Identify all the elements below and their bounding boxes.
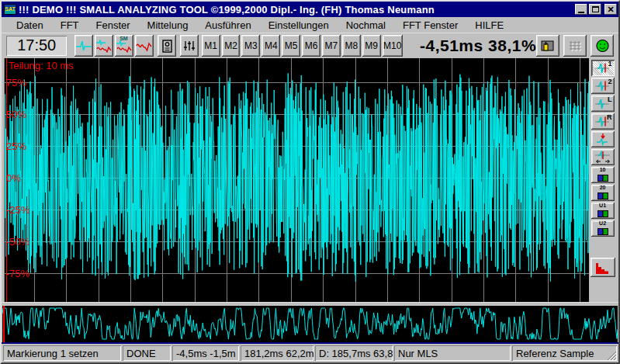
calculator-button[interactable] — [158, 35, 176, 57]
y-axis-label: -25% — [6, 204, 29, 217]
decay-button[interactable] — [591, 258, 615, 277]
status-cell-delta: D: 185,7ms 63,8m — [315, 345, 393, 361]
time-display: 17:50 — [6, 36, 67, 56]
frequency-response-icon — [136, 40, 153, 52]
m-button-7[interactable]: M7 — [322, 35, 341, 57]
store-label: 20 — [591, 185, 615, 191]
overview-canvas[interactable] — [2, 306, 618, 342]
frequency-response-button[interactable] — [135, 35, 154, 57]
m-button-4[interactable]: M4 — [262, 35, 280, 57]
store-10-button[interactable]: 10 — [591, 167, 615, 183]
pan-impulse-icon — [594, 151, 611, 164]
status-cell-hint: Markierung 1 setzen — [3, 345, 121, 361]
menu-item-daten[interactable]: Daten — [8, 18, 52, 33]
store-20-button[interactable]: 20 — [591, 185, 615, 201]
smiley-button[interactable] — [591, 35, 614, 57]
main-area: Teilung: 10 ms 75% 50% 25% 0% -25% -50% … — [2, 58, 618, 302]
impulse-button[interactable] — [74, 35, 93, 57]
y-axis-label: 50% — [6, 109, 26, 121]
show-impulse-1-button[interactable]: 1 — [591, 60, 615, 76]
maximize-icon — [592, 6, 599, 12]
open-window-button[interactable] — [536, 35, 559, 57]
sm-label: SM — [119, 36, 128, 41]
channel-label: 1 — [608, 60, 612, 68]
y-axis-label: 25% — [6, 140, 26, 153]
channel-label: 2 — [608, 78, 612, 85]
pan-impulse-button[interactable] — [591, 149, 615, 165]
menu-item-nochmal[interactable]: Nochmal — [338, 18, 394, 33]
store-image-icon — [597, 175, 608, 182]
store-u2-button[interactable]: U2 — [591, 220, 615, 237]
sm-impulse-response-button[interactable]: SM — [115, 35, 133, 57]
status-cell-marker1: -4,5ms -1,5m — [172, 345, 239, 361]
main-plot[interactable]: Teilung: 10 ms 75% 50% 25% 0% -25% -50% … — [5, 58, 587, 302]
impulse-response-button[interactable] — [95, 35, 113, 57]
overview-area — [2, 306, 618, 342]
y-axis-label: -50% — [6, 236, 29, 248]
title-bar[interactable]: SAT !!! DEMO !!! SMALL ANALYZING TOOL ©1… — [2, 2, 618, 17]
m-button-10[interactable]: M10 — [383, 35, 403, 57]
window-title: !!! DEMO !!! SMALL ANALYZING TOOL ©1999,… — [19, 4, 573, 16]
overview-strip[interactable] — [2, 306, 618, 342]
cursor-readout: -4,51ms 38,1% — [420, 36, 536, 55]
m-button-5[interactable]: M5 — [282, 35, 300, 57]
decay-icon — [594, 260, 611, 276]
smiley-icon — [595, 39, 610, 53]
calculator-icon — [159, 40, 175, 53]
menu-item-fenster[interactable]: Fenster — [88, 18, 139, 33]
menu-bar: Daten FFT Fenster Mittelung Ausführen Ei… — [2, 17, 618, 33]
y-axis-label: 75% — [6, 77, 26, 89]
m-button-label: M10 — [383, 40, 401, 51]
m-button-label: M5 — [285, 40, 298, 51]
m-button-label: M8 — [345, 40, 358, 51]
status-cell-reference: Referenz Sample — [512, 345, 617, 361]
show-impulse-2-button[interactable]: 2 — [591, 78, 615, 94]
m-button-6[interactable]: M6 — [302, 35, 320, 57]
filter-button[interactable] — [180, 35, 199, 57]
m-button-label: M1 — [204, 40, 217, 51]
m-button-label: M2 — [224, 40, 237, 51]
menu-item-mittelung[interactable]: Mittelung — [139, 18, 197, 33]
app-icon[interactable]: SAT — [4, 4, 16, 15]
store-image-icon — [597, 228, 608, 235]
y-axis-label: 0% — [6, 172, 21, 185]
menu-item-fft-fenster[interactable]: FFT Fenster — [394, 18, 466, 33]
grid-button[interactable] — [563, 35, 587, 57]
m-button-label: M4 — [265, 40, 278, 51]
minimize-button[interactable] — [575, 4, 587, 15]
menu-item-ausfuehren[interactable]: Ausführen — [196, 18, 259, 33]
m-button-3[interactable]: M3 — [241, 35, 260, 57]
menu-item-hilfe[interactable]: HILFE — [466, 18, 512, 33]
m-button-2[interactable]: M2 — [222, 35, 241, 57]
status-cell-state: DONE — [123, 345, 171, 361]
resize-grip[interactable] — [607, 351, 617, 361]
m-button-8[interactable]: M8 — [342, 35, 361, 57]
minimize-icon — [578, 12, 584, 13]
m-button-1[interactable]: M1 — [202, 35, 220, 57]
m-button-9[interactable]: M9 — [362, 35, 381, 57]
marker-drop-button[interactable] — [591, 131, 615, 147]
menu-item-einstellungen[interactable]: Einstellungen — [260, 18, 338, 33]
close-button[interactable]: ✕ — [604, 4, 617, 15]
store-u1-button[interactable]: U1 — [591, 203, 615, 219]
division-label: Teilung: 10 ms — [9, 60, 74, 71]
status-cell-mode: Nur MLS — [394, 345, 511, 361]
y-axis-label: -75% — [6, 268, 29, 280]
maximize-button[interactable] — [589, 4, 601, 15]
filter-icon — [182, 40, 197, 52]
grid-icon — [568, 40, 582, 52]
marker-drop-icon — [594, 133, 611, 146]
open-window-icon — [541, 40, 555, 52]
m-button-label: M7 — [325, 40, 338, 51]
store-label: 10 — [591, 167, 615, 173]
status-cell-marker2: 181,2ms 62,2m — [241, 345, 313, 361]
store-image-icon — [597, 210, 608, 217]
app-window: SAT !!! DEMO !!! SMALL ANALYZING TOOL ©1… — [0, 0, 620, 364]
main-waveform-canvas[interactable] — [5, 58, 589, 302]
show-impulse-left-button[interactable]: L — [591, 95, 615, 112]
menu-item-fft[interactable]: FFT — [52, 18, 88, 33]
right-toolbar: 1 2 L — [587, 58, 618, 302]
show-impulse-right-button[interactable]: R — [591, 113, 615, 130]
channel-label: R — [607, 113, 612, 121]
store-label: U2 — [591, 220, 615, 227]
